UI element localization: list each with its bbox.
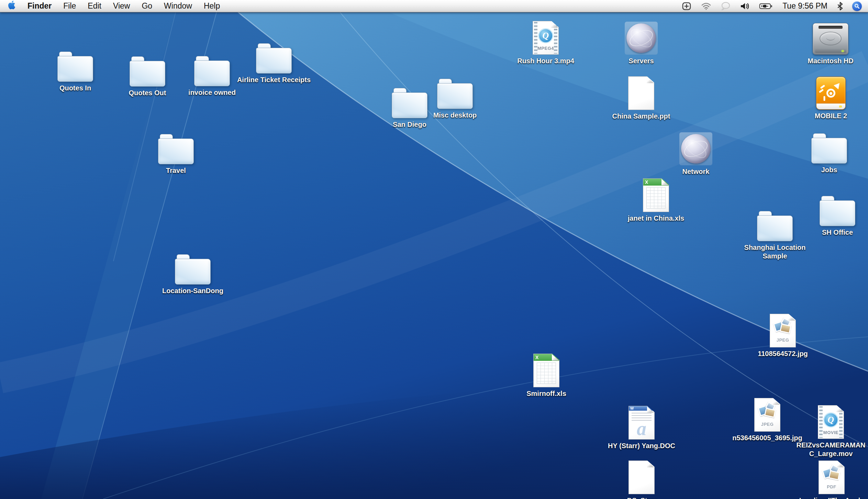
icon-art: QMOVIE	[818, 402, 844, 439]
document-page: QMOVIE	[818, 405, 844, 439]
desktop-icon-china-sample-ppt[interactable]: China Sample.ppt	[598, 74, 684, 121]
icon-art	[628, 74, 654, 110]
apple-icon	[8, 1, 15, 11]
wifi-icon[interactable]	[701, 2, 712, 10]
document-page: X	[533, 354, 559, 387]
desktop-icon-loading-the-apple[interactable]: PDFLoading "The Apple	[789, 458, 868, 499]
desktop-icon-jobs[interactable]: Jobs	[786, 127, 868, 174]
desktop-icon-network[interactable]: Network	[653, 129, 739, 176]
screen: Finder File Edit View Go Window Help	[0, 0, 868, 499]
icon-art: QMPEG4	[533, 18, 559, 55]
menu-clock[interactable]: Tue 9:56 PM	[782, 1, 828, 11]
document-page: Wa	[628, 406, 655, 440]
icon-art	[437, 73, 473, 109]
ichat-bubble-icon[interactable]	[721, 2, 731, 11]
spotlight-icon[interactable]	[852, 1, 862, 11]
file-type-badge: PDF	[819, 484, 844, 489]
folder-icon	[811, 133, 847, 164]
icon-art	[813, 18, 848, 55]
icon-art: Wa	[628, 403, 655, 440]
folder-icon	[175, 254, 211, 285]
menu-go[interactable]: Go	[136, 0, 158, 12]
document-page: QMPEG4	[533, 21, 559, 55]
desktop-icon-label: Network	[682, 167, 710, 176]
folded-corner	[647, 406, 654, 413]
menu-bar-status: Tue 9:56 PM	[681, 0, 862, 12]
icon-art	[625, 18, 658, 55]
icon-art: X	[533, 351, 559, 387]
desktop-icon-label: SH Office	[822, 228, 853, 237]
apple-menu[interactable]	[5, 0, 22, 12]
menu-finder[interactable]: Finder	[22, 0, 57, 12]
desktop-icon-label: invoice owned	[188, 88, 236, 97]
menu-file[interactable]: File	[57, 0, 82, 12]
network-globe-icon	[625, 22, 658, 55]
desktop-icon-label: MOBILE 2	[815, 112, 847, 120]
desktop-icon-label: Quotes In	[59, 84, 91, 92]
icon-art	[130, 50, 165, 87]
menu-help[interactable]: Help	[198, 0, 226, 12]
desktop-icon-rush-hour-3-mp4[interactable]: QMPEG4Rush Hour 3.mp4	[503, 18, 589, 65]
document-page	[628, 76, 654, 110]
desktop-icon-label: Location-SanDong	[162, 287, 223, 295]
icon-art	[57, 45, 93, 82]
desktop-icon-macintosh-hd[interactable]: Macintosh HD	[788, 18, 868, 65]
document-page: JPEG	[770, 314, 796, 347]
icon-art: X	[643, 176, 669, 212]
desktop-icon-location-sandong[interactable]: Location-SanDong	[150, 248, 236, 295]
desktop-icon-1108564572-jpg[interactable]: JPEG1108564572.jpg	[740, 311, 826, 358]
desktop-icon-sh-office[interactable]: SH Office	[794, 190, 868, 237]
folder-icon	[820, 196, 855, 226]
menu-window[interactable]: Window	[158, 0, 198, 12]
icon-art: JPEG	[770, 311, 796, 347]
menu-bar-left: Finder File Edit View Go Window Help	[5, 0, 226, 12]
volume-icon[interactable]	[740, 2, 750, 11]
desktop-icon-label: HY (Starr) Yang.DOC	[608, 442, 675, 450]
menu-view[interactable]: View	[107, 0, 136, 12]
menu-edit[interactable]: Edit	[82, 0, 107, 12]
document-page: PDF	[819, 461, 845, 494]
desktop-icon-label: REIZvsCAMERAMAN C_Large.mov	[796, 441, 865, 458]
desktop-icon-label: Rush Hour 3.mp4	[517, 57, 574, 65]
folded-corner	[788, 314, 795, 321]
icon-art	[194, 50, 230, 86]
folded-corner	[837, 461, 844, 467]
desktop-icon-label: Travel	[166, 166, 186, 175]
icon-art: JPEG	[754, 395, 780, 432]
file-type-badge: JPEG	[770, 337, 795, 343]
desktop[interactable]: Quotes InQuotes Outinvoice ownedAirline …	[0, 12, 868, 499]
folded-corner	[551, 21, 558, 28]
folded-corner	[647, 77, 654, 83]
document-page: X	[643, 178, 669, 212]
desktop-icon-hy-starr-yang-doc[interactable]: WaHY (Starr) Yang.DOC	[599, 403, 685, 450]
desktop-icon-label: China Sample.ppt	[612, 112, 670, 121]
desktop-icon-label: janet in China.xls	[628, 214, 684, 223]
file-type-badge: MPEG4	[533, 46, 558, 51]
desktop-icon-label: 1108564572.jpg	[758, 350, 808, 358]
desktop-icon-mobile-2[interactable]: MOBILE 2	[788, 73, 868, 120]
desktop-icon-label: Servers	[628, 57, 654, 65]
plus-box-icon[interactable]	[681, 2, 692, 10]
folder-icon	[256, 43, 292, 74]
network-globe-icon	[679, 132, 712, 165]
desktop-icon-airline-ticket-receipts[interactable]: Airline Ticket Receipts	[231, 37, 317, 84]
icon-art	[816, 73, 846, 110]
desktop-icon-servers[interactable]: Servers	[598, 18, 684, 65]
desktop-icon-reizvscameraman-c-large-mov[interactable]: QMOVIEREIZvsCAMERAMAN C_Large.mov	[788, 402, 868, 458]
desktop-icon-misc-desktop[interactable]: Misc desktop	[412, 73, 498, 120]
desktop-icon-label: .DS_Store	[625, 496, 658, 499]
battery-charging-icon[interactable]	[759, 2, 773, 10]
desktop-icon-label: Macintosh HD	[808, 57, 853, 65]
folder-icon	[130, 56, 165, 87]
desktop-icon-ds-store[interactable]: .DS_Store	[599, 458, 685, 499]
desktop-icon-janet-in-china-xls[interactable]: Xjanet in China.xls	[613, 176, 699, 223]
bluetooth-icon[interactable]	[837, 2, 843, 11]
desktop-icon-travel[interactable]: Travel	[133, 128, 219, 175]
folder-icon	[757, 211, 793, 241]
desktop-icon-smirnoff-xls[interactable]: XSmirnoff.xls	[503, 351, 589, 398]
file-type-badge: MOVIE	[818, 430, 844, 435]
icon-art	[811, 127, 847, 164]
desktop-icon-label: Quotes Out	[129, 89, 166, 97]
desktop-icon-label: Loading "The Apple	[799, 496, 864, 499]
menu-bar: Finder File Edit View Go Window Help	[0, 0, 868, 12]
